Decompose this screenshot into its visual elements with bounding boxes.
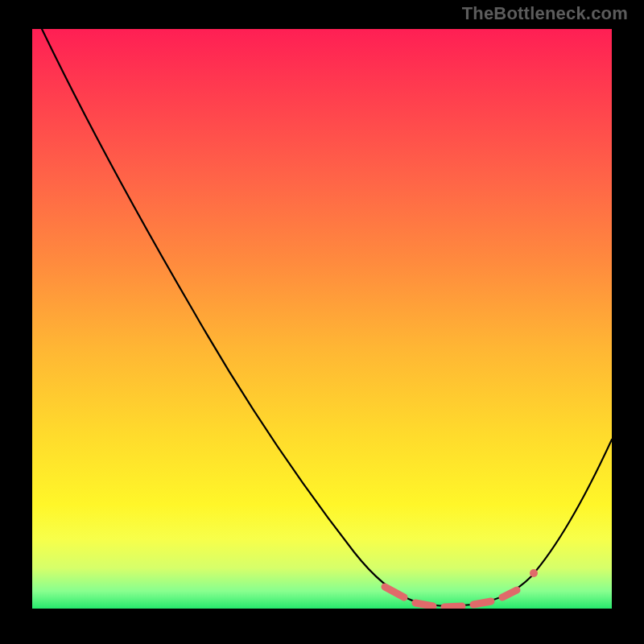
marker-dash [415,603,433,606]
bottleneck-curve [42,29,612,606]
chart-frame: TheBottleneck.com [0,0,644,644]
marker-dash [444,606,462,607]
plot-area [32,29,612,609]
marker-dot [530,569,538,577]
marker-dash [502,590,517,597]
marker-dash [385,587,404,597]
watermark-text: TheBottleneck.com [462,3,628,24]
marker-dash [473,601,491,605]
curve-layer [32,29,612,609]
